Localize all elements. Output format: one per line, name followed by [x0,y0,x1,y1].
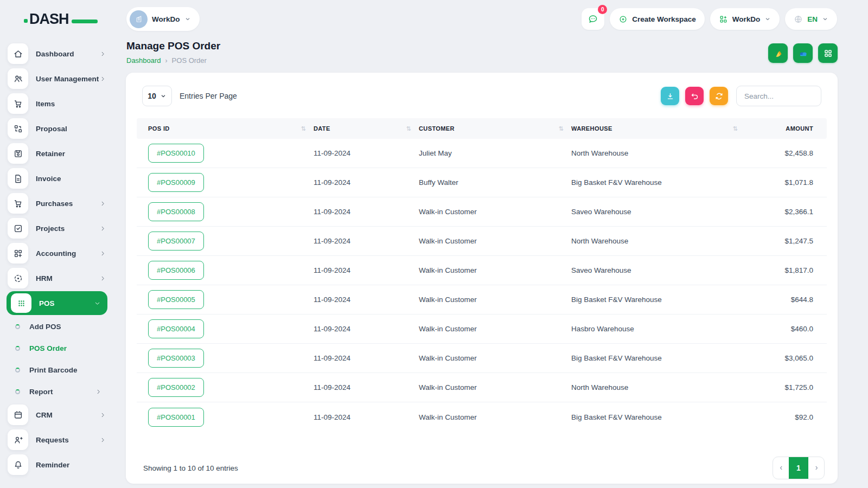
projects-icon [8,218,28,239]
pos-id-link[interactable]: #POS00001 [148,408,204,427]
column-header-date[interactable]: DATE⇅ [314,125,419,132]
breadcrumb-dashboard-link[interactable]: Dashboard [126,56,161,65]
entries-per-page-select[interactable]: 10 [142,86,172,106]
sidebar-item-print-barcode[interactable]: Print Barcode [0,359,114,381]
pos-id-link[interactable]: #POS00004 [148,319,204,338]
pos-id-link[interactable]: #POS00006 [148,261,204,280]
pos-id-link[interactable]: #POS00002 [148,378,204,397]
sidebar-item-add-pos[interactable]: Add POS [0,316,114,337]
breadcrumb: Dashboard › POS Order [126,56,220,65]
pos-id-link[interactable]: #POS00005 [148,290,204,309]
pos-id-link[interactable]: #POS00008 [148,202,204,221]
sidebar-item-dashboard[interactable]: Dashboard [0,41,114,66]
cell-customer: Walk-in Customer [419,325,571,333]
company-menu-label: WorkDo [732,15,761,23]
sidebar-item-crm[interactable]: CRM [0,402,114,427]
pos-id-link[interactable]: #POS00010 [148,144,204,163]
sidebar-item-pos[interactable]: POS [7,291,107,315]
next-page-button[interactable] [808,457,824,479]
chevron-right-icon [99,412,106,419]
cell-amount: $1,071.8 [745,178,827,187]
cell-warehouse: Big Basket F&V Warehouse [571,413,745,421]
home-icon [8,43,28,64]
pos-id-link[interactable]: #POS00009 [148,173,204,192]
messages-button[interactable]: 0 [582,8,604,30]
chevron-right-icon [99,50,106,57]
refresh-button[interactable] [710,87,728,105]
pos-id-link[interactable]: #POS00003 [148,349,204,368]
cell-warehouse: Big Basket F&V Warehouse [571,354,745,362]
column-header-pos-id[interactable]: POS ID⇅ [137,125,314,132]
brand-logo[interactable]: DASH [29,11,89,30]
company-menu-button[interactable]: WorkDo [710,8,780,30]
table-row: #POS0000711-09-2024Walk-in CustomerNorth… [137,227,827,256]
reset-button[interactable] [685,87,704,105]
plus-circle-icon [618,15,628,24]
column-header-customer[interactable]: CUSTOMER⇅ [419,125,571,132]
table-row: #POS0000511-09-2024Walk-in CustomerBig B… [137,285,827,314]
table-row: #POS0000911-09-2024Buffy WalterBig Baske… [137,168,827,197]
column-header-warehouse[interactable]: WAREHOUSE⇅ [571,125,745,132]
breadcrumb-separator: › [165,57,168,65]
table-header-row: POS ID⇅ DATE⇅ CUSTOMER⇅ WAREHOUSE⇅ AMOUN… [137,118,827,139]
language-selector[interactable]: EN [785,8,837,30]
cell-customer: Walk-in Customer [419,296,571,304]
table-row: #POS0000311-09-2024Walk-in CustomerBig B… [137,344,827,373]
cell-warehouse: Saveo Warehouse [571,266,745,274]
cell-date: 11-09-2024 [314,208,419,216]
sidebar-item-accounting[interactable]: Accounting [0,241,114,266]
main-area: WorkDo 0 Create Workspace WorkDo [114,0,868,488]
column-header-amount[interactable]: AMOUNT [745,125,827,132]
workspace-selector[interactable]: WorkDo [126,7,200,31]
pos-id-link[interactable]: #POS00007 [148,232,204,251]
bullet-icon [15,368,20,373]
sort-icon[interactable]: ⇅ [406,125,411,132]
logo-accent-bar [72,20,98,23]
cell-date: 11-09-2024 [314,237,419,245]
reminder-icon [8,454,28,475]
search-input[interactable] [736,86,821,106]
sidebar-menu: DashboardUser ManagementItemsProposalRet… [0,41,114,477]
chevron-right-icon [99,75,106,82]
create-workspace-button[interactable]: Create Workspace [610,8,705,30]
chevron-down-icon [822,16,828,22]
page-title: Manage POS Order [126,40,220,52]
sidebar-item-purchases[interactable]: Purchases [0,191,114,216]
sort-icon[interactable]: ⇅ [558,125,564,132]
cell-amount: $460.0 [745,325,827,333]
sort-icon[interactable]: ⇅ [732,125,738,132]
sort-icon[interactable]: ⇅ [301,125,306,132]
sidebar-item-pos-order[interactable]: POS Order [0,337,114,359]
export-button[interactable] [661,87,679,105]
sidebar-item-hrm[interactable]: HRM [0,266,114,291]
cell-date: 11-09-2024 [314,354,419,362]
previous-page-button[interactable] [773,457,789,479]
google-drive-button[interactable] [768,43,788,63]
sidebar-item-reminder[interactable]: Reminder [0,452,114,477]
undo-icon [690,92,699,101]
sidebar-item-proposal[interactable]: Proposal [0,116,114,141]
table-row: #POS0000611-09-2024Walk-in CustomerSaveo… [137,256,827,285]
download-icon [666,92,675,101]
bullet-icon [15,324,20,329]
sidebar-item-projects[interactable]: Projects [0,216,114,241]
hrm-icon [8,268,28,288]
sidebar-item-requests[interactable]: Requests [0,427,114,452]
onedrive-button[interactable] [793,43,813,63]
cell-warehouse: Big Basket F&V Warehouse [571,178,745,187]
topbar: WorkDo 0 Create Workspace WorkDo [114,0,868,31]
table-row: #POS0000411-09-2024Walk-in CustomerHasbr… [137,314,827,344]
cell-customer: Walk-in Customer [419,383,571,391]
pos-order-card: 10 Entries Per Page POS ID⇅ [126,73,838,484]
sidebar-item-user-management[interactable]: User Management [0,66,114,91]
cell-date: 11-09-2024 [314,296,419,304]
sidebar-item-report[interactable]: Report [0,381,114,402]
cell-amount: $1,725.0 [745,383,827,391]
chevron-down-icon [94,300,101,307]
sidebar-item-retainer[interactable]: Retainer [0,141,114,166]
sidebar-item-invoice[interactable]: Invoice [0,166,114,191]
page-number-button[interactable]: 1 [789,457,808,479]
table-controls: 10 Entries Per Page [137,86,827,106]
apps-grid-button[interactable] [818,43,838,63]
sidebar-item-items[interactable]: Items [0,91,114,116]
